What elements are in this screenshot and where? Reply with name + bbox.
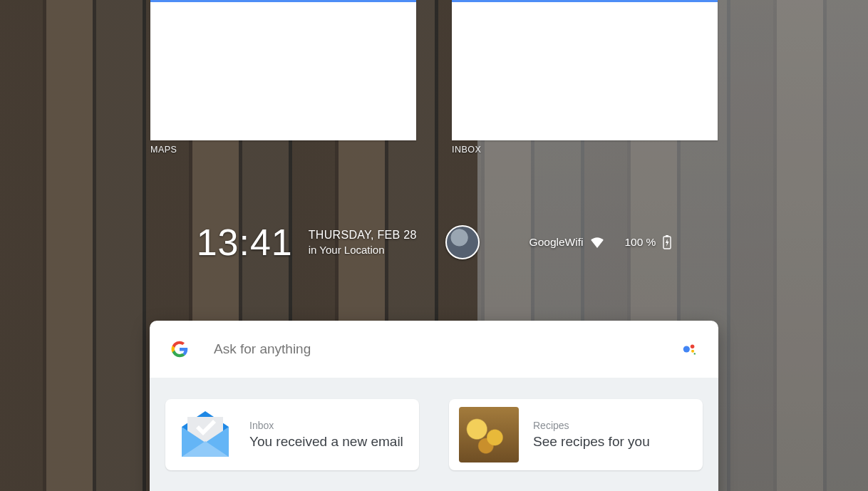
svg-rect-1 [666,235,668,237]
battery-pct: 100 % [624,236,656,249]
tile-maps-body[interactable] [150,0,416,140]
inbox-icon [175,407,235,462]
google-logo-icon [171,341,188,358]
svg-point-2 [683,346,690,352]
avatar[interactable] [445,225,480,259]
svg-point-3 [691,345,695,349]
clock-time: 13:41 [197,221,293,264]
tile-maps-label: MAPS [150,145,416,155]
card-inbox-message: You received a new email [249,434,403,450]
tile-maps[interactable]: MAPS [150,0,416,155]
search-bar[interactable] [150,321,718,378]
preview-tiles: MAPS INBOX [150,0,718,155]
wifi-icon [590,237,604,248]
info-bar: 13:41 THURSDAY, FEB 28 in Your Location … [0,221,868,264]
svg-point-5 [694,353,696,354]
battery-status[interactable]: 100 % [624,235,671,249]
svg-point-4 [691,350,694,353]
clock-location: in Your Location [309,243,417,257]
card-recipes-category: Recipes [533,420,650,431]
tile-inbox-label: INBOX [452,145,718,155]
clock-block: 13:41 THURSDAY, FEB 28 in Your Location [197,221,417,264]
wifi-name: GoogleWifi [529,236,584,249]
card-recipes[interactable]: Recipes See recipes for you [449,399,703,470]
status-group: GoogleWifi 100 % [529,235,672,249]
date-block: THURSDAY, FEB 28 in Your Location [309,227,417,257]
card-inbox[interactable]: Inbox You received a new email [165,399,419,470]
battery-charging-icon [663,235,671,249]
assistant-panel: Inbox You received a new email Recipes S… [150,321,718,491]
card-recipes-message: See recipes for you [533,434,650,450]
clock-date: THURSDAY, FEB 28 [309,227,417,243]
tile-inbox[interactable]: INBOX [452,0,718,155]
cards-strip: Inbox You received a new email Recipes S… [150,378,718,491]
card-inbox-category: Inbox [249,420,403,431]
recipes-thumbnail [459,407,519,462]
wifi-status[interactable]: GoogleWifi [529,236,605,249]
search-input[interactable] [214,341,667,357]
tile-inbox-body[interactable] [452,0,718,140]
assistant-icon[interactable] [681,341,697,357]
